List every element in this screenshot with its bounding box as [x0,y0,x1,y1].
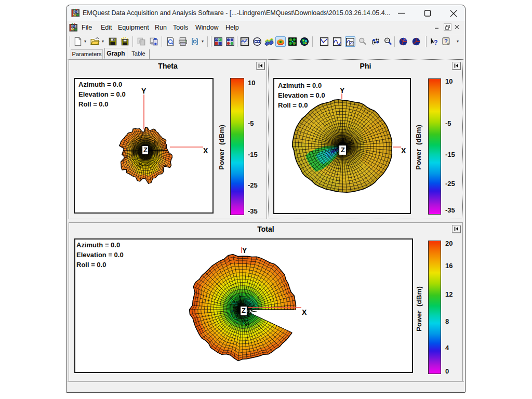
svg-text:?: ? [434,39,438,46]
svg-text:?: ? [444,38,448,44]
